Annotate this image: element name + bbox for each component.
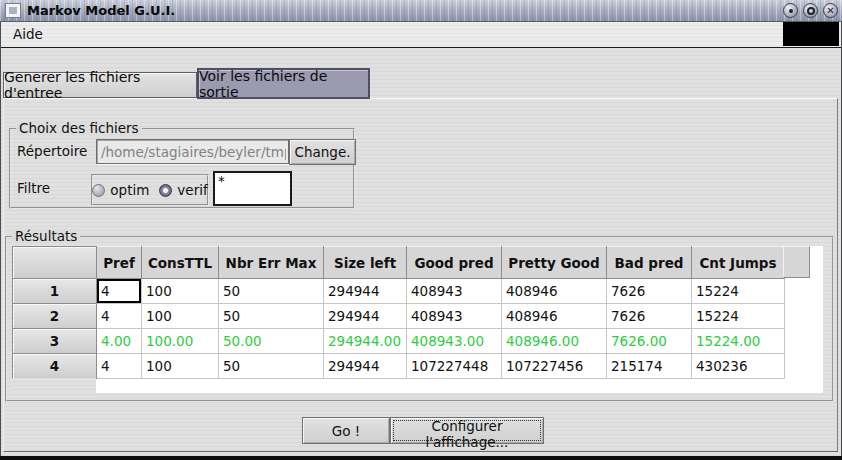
table-cell[interactable]: 408943	[407, 279, 502, 304]
black-region	[783, 22, 839, 46]
results-table: Pref ConsTTL Nbr Err Max Size left Good …	[12, 246, 785, 379]
column-header-pref[interactable]: Pref	[97, 247, 142, 279]
table-cell[interactable]: 107227448	[407, 354, 502, 379]
table-cell[interactable]: 7626.00	[607, 329, 692, 354]
row-header-4[interactable]: 4	[13, 354, 97, 379]
table-cell[interactable]: 15224.00	[692, 329, 785, 354]
table-cell[interactable]: 15224	[692, 279, 785, 304]
close-button[interactable]: ✕	[823, 3, 838, 18]
table-row: 4 4 100 50 294944 107227448 107227456 21…	[13, 354, 785, 379]
table-cell[interactable]: 4	[97, 279, 142, 304]
table-cell[interactable]: 4	[97, 304, 142, 329]
table-cell[interactable]: 7626	[607, 279, 692, 304]
row-header-3[interactable]: 3	[13, 329, 97, 354]
table-cell[interactable]: 100	[142, 279, 219, 304]
table-cell[interactable]: 294944	[324, 279, 407, 304]
maximize-button[interactable]	[803, 3, 818, 18]
table-cell[interactable]: 215174	[607, 354, 692, 379]
column-header-consttl[interactable]: ConsTTL	[142, 247, 219, 279]
radio-verif-label: verif	[177, 182, 207, 198]
title-bar[interactable]: Markov Model G.U.I. ✕	[0, 0, 842, 22]
window-icon	[6, 4, 20, 17]
table-cell[interactable]: 430236	[692, 354, 785, 379]
window-title: Markov Model G.U.I.	[27, 3, 175, 18]
filter-radio-group: optim verif	[91, 174, 209, 206]
tab-generer-fichiers-entree[interactable]: Generer les fichiers d'entree	[3, 72, 197, 98]
table-cell[interactable]: 408946	[502, 279, 607, 304]
column-header-size-left[interactable]: Size left	[324, 247, 407, 279]
tab-content-panel: Choix des fichiers Répertoire Change. Fi…	[3, 98, 838, 452]
table-row: 2 4 100 50 294944 408943 408946 7626 152…	[13, 304, 785, 329]
table-cell[interactable]: 4.00	[97, 329, 142, 354]
radio-verif-icon	[159, 184, 172, 197]
close-icon: ✕	[826, 6, 834, 16]
column-header-good-pred[interactable]: Good pred	[407, 247, 502, 279]
table-cell[interactable]: 50	[219, 279, 324, 304]
menu-aide[interactable]: Aide	[1, 22, 55, 47]
menu-bar: Aide	[1, 22, 841, 48]
filter-pattern-input[interactable]	[213, 171, 292, 206]
table-header-row: Pref ConsTTL Nbr Err Max Size left Good …	[13, 247, 785, 279]
radio-verif[interactable]: verif	[159, 182, 207, 198]
table-cell[interactable]: 294944	[324, 354, 407, 379]
column-header-nbr-err-max[interactable]: Nbr Err Max	[219, 247, 324, 279]
directory-label: Répertoire	[17, 143, 87, 159]
table-cell[interactable]: 408946	[502, 304, 607, 329]
column-header-bad-pred[interactable]: Bad pred	[607, 247, 692, 279]
radio-optim[interactable]: optim	[92, 182, 149, 198]
results-legend: Résultats	[12, 229, 80, 244]
results-group: Résultats Pref ConsTTL Nbr Err Max Size	[5, 236, 834, 402]
row-header-1[interactable]: 1	[13, 279, 97, 304]
table-cell[interactable]: 50	[219, 304, 324, 329]
directory-input[interactable]	[96, 139, 289, 164]
row-header-2[interactable]: 2	[13, 304, 97, 329]
column-header-cnt-jumps[interactable]: Cnt Jumps	[692, 247, 785, 279]
file-chooser-group: Choix des fichiers Répertoire Change. Fi…	[9, 128, 355, 209]
results-table-viewport: Pref ConsTTL Nbr Err Max Size left Good …	[12, 246, 823, 393]
header-filler	[783, 246, 810, 278]
table-corner-cell	[13, 247, 97, 279]
table-cell[interactable]: 100.00	[142, 329, 219, 354]
table-cell[interactable]: 7626	[607, 304, 692, 329]
go-button[interactable]: Go !	[302, 417, 390, 444]
table-cell[interactable]: 107227456	[502, 354, 607, 379]
table-cell[interactable]: 294944	[324, 304, 407, 329]
minimize-icon	[789, 9, 793, 13]
filter-label: Filtre	[17, 180, 50, 196]
table-cell[interactable]: 15224	[692, 304, 785, 329]
table-cell[interactable]: 408943	[407, 304, 502, 329]
app-window: Markov Model G.U.I. ✕ Aide Generer les f…	[0, 0, 842, 460]
table-cell[interactable]: 408943.00	[407, 329, 502, 354]
file-chooser-legend: Choix des fichiers	[16, 121, 142, 136]
column-header-pretty-good[interactable]: Pretty Good	[502, 247, 607, 279]
table-cell[interactable]: 50	[219, 354, 324, 379]
table-row-highlighted: 3 4.00 100.00 50.00 294944.00 408943.00 …	[13, 329, 785, 354]
radio-optim-icon	[92, 184, 105, 197]
table-cell[interactable]: 100	[142, 354, 219, 379]
table-row: 1 4 100 50 294944 408943 408946 7626 152…	[13, 279, 785, 304]
change-directory-button[interactable]: Change.	[289, 139, 356, 165]
configure-display-button[interactable]: Configurer l'affichage...	[390, 417, 544, 444]
table-cell[interactable]: 100	[142, 304, 219, 329]
table-cell[interactable]: 408946.00	[502, 329, 607, 354]
tab-voir-fichiers-sortie[interactable]: Voir les fichiers de sortie	[197, 68, 370, 99]
minimize-button[interactable]	[783, 3, 798, 18]
table-cell[interactable]: 294944.00	[324, 329, 407, 354]
row-header-filler	[12, 378, 96, 393]
maximize-icon	[807, 7, 815, 15]
radio-optim-label: optim	[110, 182, 149, 198]
table-cell[interactable]: 50.00	[219, 329, 324, 354]
table-cell[interactable]: 4	[97, 354, 142, 379]
window-bottom-edge	[0, 456, 842, 460]
